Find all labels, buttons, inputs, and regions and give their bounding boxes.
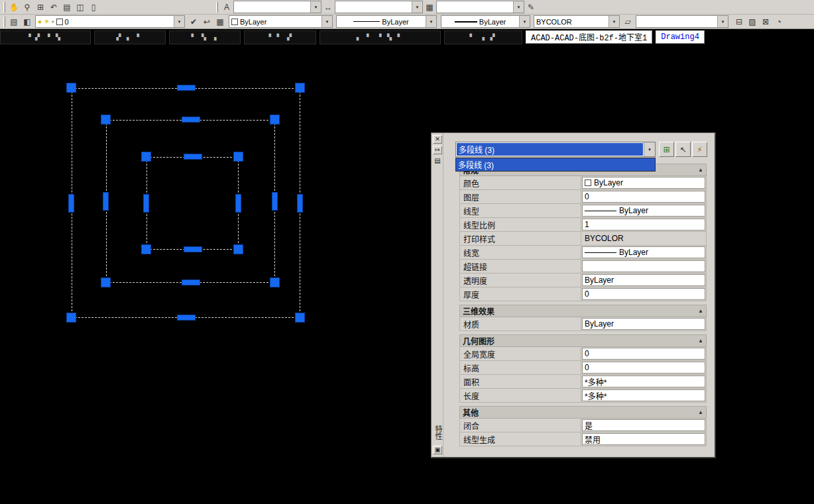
autohide-icon[interactable]: ↦ <box>433 146 442 154</box>
grip-corner[interactable] <box>141 244 151 254</box>
linetype-combo[interactable]: ByLayer ▼ <box>336 15 437 28</box>
property-value[interactable]: *多种* <box>581 389 706 402</box>
property-value[interactable]: ByLayer <box>581 274 706 287</box>
property-value-box[interactable]: 0 <box>582 191 705 203</box>
grip-corner[interactable] <box>101 277 111 287</box>
zoom-realtime-icon[interactable]: ⚲ <box>21 1 34 13</box>
grip-midpoint[interactable] <box>177 85 196 91</box>
grip-corner[interactable] <box>141 152 151 162</box>
selected-polyline[interactable] <box>146 157 239 250</box>
selection-combo[interactable]: 多段线 (3) ▼ <box>455 142 656 157</box>
property-value-box[interactable]: ByLayer <box>582 205 705 217</box>
toolbar-drag-handle[interactable] <box>3 17 5 27</box>
grip-midpoint[interactable] <box>143 194 149 213</box>
property-value[interactable]: 1 <box>581 218 706 231</box>
drawing-tab-2[interactable]: Drawing4 <box>656 30 705 44</box>
property-value[interactable]: 0 <box>581 361 706 374</box>
property-value[interactable]: 0 <box>581 347 706 360</box>
chevron-down-icon[interactable]: ▼ <box>174 16 184 27</box>
collapse-icon[interactable]: ▲ <box>698 308 703 314</box>
style-combo-3[interactable]: ▼ <box>436 1 524 13</box>
property-value[interactable]: 是 <box>581 419 706 432</box>
palette-titlebar[interactable]: ✕ ↦ ▤ 特性 ▣ <box>432 133 443 457</box>
grip-midpoint[interactable] <box>103 192 109 211</box>
layer-previous-icon[interactable]: ↩ <box>200 15 213 28</box>
property-value-box[interactable]: 禁用 <box>582 433 705 445</box>
property-value[interactable] <box>581 260 706 273</box>
grip-midpoint[interactable] <box>182 279 200 285</box>
grip-corner[interactable] <box>270 277 280 287</box>
collapse-icon[interactable]: ▲ <box>698 167 703 173</box>
plot-style-icon[interactable]: ▱ <box>621 15 634 28</box>
zoom-window-icon[interactable]: ⊞ <box>34 1 47 13</box>
quick-select-button[interactable]: ⚡ <box>692 142 707 157</box>
property-value-box[interactable]: *多种* <box>582 389 705 401</box>
grip-corner[interactable] <box>295 313 305 323</box>
toolbar-extra-icon-3[interactable]: ⊠ <box>759 15 772 28</box>
plot-style-table-combo[interactable]: ▼ <box>636 15 728 28</box>
toolbar-extra-icon-4[interactable]: ◔ <box>772 15 785 28</box>
table-style-icon[interactable]: ▦ <box>423 1 436 13</box>
grip-corner[interactable] <box>270 115 280 125</box>
docked-toolbar-segment-3[interactable]: ▘ ▚ ▗ <box>169 30 241 44</box>
toolbar-drag-handle[interactable] <box>3 2 5 13</box>
chevron-down-icon[interactable]: ▼ <box>519 16 530 27</box>
palette-settings-icon[interactable]: ▣ <box>433 446 442 454</box>
property-value-box[interactable]: ByLayer <box>582 318 705 330</box>
property-value[interactable]: BYCOLOR <box>581 232 706 245</box>
designcenter-icon[interactable]: ◫ <box>74 1 87 13</box>
collapse-icon[interactable]: ▲ <box>698 409 703 415</box>
property-value-box[interactable]: 0 <box>582 362 705 374</box>
palette-menu-icon[interactable]: ▤ <box>433 156 442 165</box>
grip-midpoint[interactable] <box>235 194 241 213</box>
style-combo-1[interactable]: ▼ <box>233 1 321 13</box>
docked-toolbar-segment-4[interactable]: ▝ ▘ ▞ <box>244 30 316 44</box>
property-value[interactable]: ByLayer <box>581 317 706 330</box>
chevron-down-icon[interactable]: ▼ <box>412 1 422 13</box>
text-style-icon[interactable]: A <box>220 1 233 13</box>
layer-properties-manager-icon[interactable]: ▤ <box>7 15 21 28</box>
grip-midpoint[interactable] <box>184 246 202 252</box>
toolbar-extra-icon-2[interactable]: ▨ <box>746 15 759 28</box>
dropdown-item[interactable]: 多段线 (3) <box>456 158 655 171</box>
layer-filter-icon[interactable]: ◧ <box>21 15 34 28</box>
category-header[interactable]: 三维效果▲ <box>459 305 707 317</box>
layer-combo[interactable]: ● ☀ ▪ 0 ▼ <box>35 15 185 28</box>
property-value-box[interactable]: ByLayer <box>582 177 705 189</box>
tool-palettes-icon[interactable]: ▯ <box>87 1 100 13</box>
toolbar-extra-icon-1[interactable]: ⊟ <box>732 15 746 28</box>
chevron-down-icon[interactable]: ▼ <box>609 16 619 27</box>
toggle-pickadd-button[interactable]: ⊞ <box>659 142 674 157</box>
toolbar-drag-handle[interactable] <box>216 2 218 13</box>
grip-corner[interactable] <box>295 83 305 93</box>
property-value-box[interactable]: 是 <box>582 419 705 431</box>
style-manager-icon[interactable]: ✎ <box>524 1 538 13</box>
grip-midpoint[interactable] <box>177 315 196 321</box>
chevron-down-icon[interactable]: ▼ <box>513 1 524 13</box>
chevron-down-icon[interactable]: ▼ <box>644 142 655 156</box>
grip-corner[interactable] <box>101 115 111 125</box>
grip-corner[interactable] <box>233 152 243 162</box>
layer-states-icon[interactable]: ▦ <box>213 15 227 28</box>
property-value[interactable]: *多种* <box>581 375 706 388</box>
lineweight-combo[interactable]: ByLayer ▼ <box>441 15 530 28</box>
property-value[interactable]: ByLayer <box>581 176 706 189</box>
grip-corner[interactable] <box>233 244 243 254</box>
style-combo-2[interactable]: ▼ <box>335 1 423 13</box>
property-value-box[interactable]: ByLayer <box>582 274 705 286</box>
grip-midpoint[interactable] <box>184 154 202 160</box>
object-color-combo[interactable]: ByLayer ▼ <box>229 15 333 28</box>
chevron-down-icon[interactable]: ▼ <box>310 1 321 13</box>
category-header[interactable]: 其他▲ <box>459 406 707 419</box>
grip-midpoint[interactable] <box>68 194 74 213</box>
grip-midpoint[interactable] <box>182 117 200 123</box>
plot-style-combo[interactable]: BYCOLOR ▼ <box>534 15 620 28</box>
property-value-box[interactable] <box>582 260 705 272</box>
docked-toolbar-segment-5[interactable]: ▖ ▘ ▝ ▚ ▘ <box>320 30 441 44</box>
property-value-box[interactable]: ByLayer <box>582 246 705 258</box>
property-value[interactable]: ByLayer <box>581 246 706 259</box>
grip-midpoint[interactable] <box>297 194 303 213</box>
docked-toolbar-segment-1[interactable]: ▘▞ ▝ ▚ <box>0 30 91 44</box>
drawing-tab-1[interactable]: ACAD-ACAD-底图-b2f-地下室1 <box>526 30 652 44</box>
zoom-previous-icon[interactable]: ↶ <box>47 1 60 13</box>
